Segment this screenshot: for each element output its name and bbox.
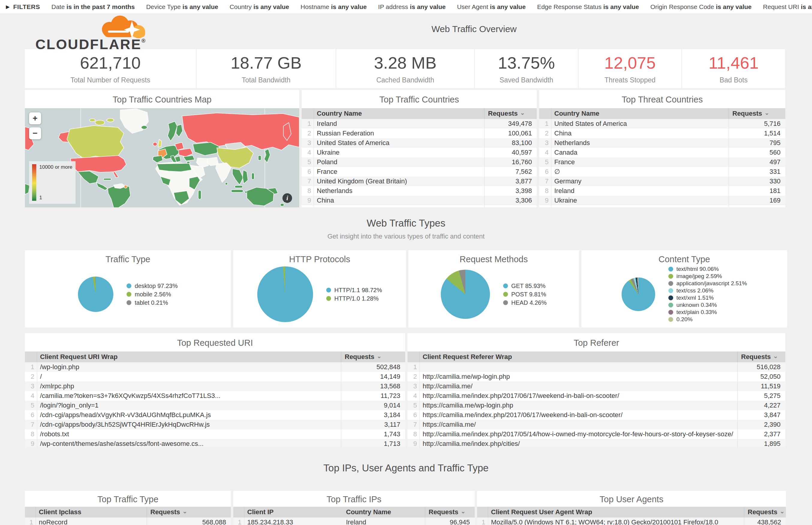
legend-item[interactable]: image/jpeg 2.59% (668, 273, 747, 280)
table-row[interactable]: 4 Canada 560 (539, 148, 785, 157)
table-row[interactable]: 7 /cdn-cgi/apps/body/3Lh52SjWTQ4HRlErJyk… (25, 420, 405, 430)
requests-cell: 100,061 (484, 129, 537, 138)
requests-header[interactable]: Requests⌄ (737, 351, 785, 362)
request-methods-pie[interactable] (441, 270, 490, 319)
country-name-cell: China (314, 196, 484, 205)
filter-item[interactable]: Request URIis any value (763, 3, 812, 11)
table-row[interactable]: 7 Germany 330 (539, 177, 785, 186)
legend-item[interactable]: text/plain 0.33% (668, 309, 747, 316)
filter-item[interactable]: User Agentis any value (457, 3, 526, 11)
filter-item[interactable]: IP addressis any value (378, 3, 446, 11)
legend-item[interactable]: HTTP/1.1 98.72% (326, 286, 382, 294)
requests-cell: 560 (729, 148, 785, 157)
table-row[interactable]: 4 Ukraine 40,597 (302, 148, 537, 157)
table-row[interactable]: 5 https://camilia.me/wp-login.php 4,227 (408, 401, 785, 410)
content-type-chart-panel: Content Type text/html 90.06%image/jpeg … (581, 250, 787, 328)
legend-item[interactable]: 0.20% (668, 316, 747, 323)
table-row[interactable]: 2 Russian Federation 100,061 (302, 129, 537, 138)
legend-item[interactable]: HTTP/1.0 1.28% (326, 294, 382, 303)
table-row[interactable]: 5 France 497 (539, 157, 785, 167)
legend-item[interactable]: unknown 0.34% (668, 301, 747, 309)
filter-item[interactable]: Dateis in the past 7 months (51, 3, 135, 11)
table-row[interactable]: 7 https://camilia.me/ 2,390 (408, 420, 785, 430)
table-row[interactable]: 1 noRecord 568,088 (25, 518, 231, 525)
legend-item[interactable]: desktop 97.23% (127, 282, 178, 290)
legend-item[interactable]: text/css 2.06% (668, 287, 747, 294)
traffic-type-pie[interactable] (78, 276, 113, 312)
table-row[interactable]: 6 /cdn-cgi/apps/head/xVgyKhR-vV3dAUGhMqf… (25, 410, 405, 420)
legend-item[interactable]: HEAD 4.26% (503, 298, 547, 307)
country-name-cell: France (551, 157, 729, 167)
table-row[interactable]: 6 France 7,562 (302, 167, 537, 177)
table-row[interactable]: 5 /login/?login_only=1 9,014 (25, 401, 405, 410)
table-row[interactable]: 10 Canada 2,215 (302, 205, 537, 207)
table-row[interactable]: 1 516,028 (408, 362, 785, 372)
row-index: 10 (539, 205, 551, 207)
table-row[interactable]: 1 United States of America 5,716 (539, 119, 785, 129)
panel-title: Top User Agents (477, 491, 786, 507)
legend-item[interactable]: text/xml 1.51% (668, 294, 747, 301)
requests-header[interactable]: Requests⌄ (729, 108, 785, 119)
http-protocols-pie[interactable] (257, 266, 313, 322)
table-row[interactable]: 2 / 14,149 (25, 372, 405, 381)
sort-desc-icon: ⌄ (520, 110, 525, 116)
user-agent-header: Client Request User Agent Wrap (488, 507, 744, 518)
filter-item[interactable]: Hostnameis any value (300, 3, 367, 11)
requests-header[interactable]: Requests⌄ (744, 507, 786, 518)
filters-toggle[interactable]: ▶ FILTERS (6, 3, 40, 11)
table-row[interactable]: 1 Mozilla/5.0 (Windows NT 6.1; WOW64; rv… (477, 518, 786, 525)
table-row[interactable]: 3 Netherlands 795 (539, 138, 785, 148)
legend-item[interactable]: tablet 0.21% (127, 298, 178, 307)
chevron-right-icon: ▶ (6, 4, 10, 10)
table-row[interactable]: 9 China 3,306 (302, 196, 537, 205)
world-map[interactable]: + − 10000 or more 1 i (25, 108, 299, 207)
table-row[interactable]: 9 Ukraine 169 (539, 196, 785, 205)
map-info-icon[interactable]: i (282, 193, 292, 203)
table-row[interactable]: 1 Ireland 349,478 (302, 119, 537, 129)
legend-swatch (503, 292, 508, 297)
table-row[interactable]: 2 China 1,514 (539, 129, 785, 138)
requests-header[interactable]: Requests⌄ (341, 351, 405, 362)
filter-item[interactable]: Device Typeis any value (146, 3, 218, 11)
table-row[interactable]: 10 Singapore 150 (539, 205, 785, 207)
table-row[interactable]: 8 http://camilia.me/index.php/2017/05/14… (408, 430, 785, 439)
table-row[interactable]: 6 https://camilia.me/index.php/2017/06/1… (408, 410, 785, 420)
table-row[interactable]: 5 Poland 16,760 (302, 157, 537, 167)
map-zoom-out-button[interactable]: − (29, 127, 41, 139)
table-row[interactable]: 8 Ireland 181 (539, 186, 785, 196)
table-row[interactable]: 3 United States of America 83,100 (302, 138, 537, 148)
table-row[interactable]: 1 185.234.218.33 Ireland 96,945 (233, 518, 475, 525)
table-row[interactable]: 9 /wp-content/themes/ashe/assets/css/fon… (25, 439, 405, 448)
content-type-pie[interactable] (622, 278, 655, 311)
country-name-cell: Ukraine (314, 148, 484, 157)
table-row[interactable]: 3 /xmlrpc.php 13,568 (25, 381, 405, 391)
map-zoom-in-button[interactable]: + (29, 112, 41, 124)
table-row[interactable]: 8 /robots.txt 1,743 (25, 430, 405, 439)
legend-item[interactable]: application/javascript 2.51% (668, 280, 747, 287)
filter-item[interactable]: Origin Response Codeis any value (650, 3, 752, 11)
row-index: 1 (539, 119, 551, 129)
filter-item[interactable]: Edge Response Statusis any value (537, 3, 639, 11)
legend-item[interactable]: POST 9.81% (503, 290, 547, 298)
legend-item[interactable]: GET 85.93% (503, 282, 547, 290)
table-row[interactable]: 4 http://camilia.me/index.php/2017/06/17… (408, 391, 785, 401)
table-row[interactable]: 2 http://camilia.me/wp-login.php 52,050 (408, 372, 785, 381)
requests-header[interactable]: Requests⌄ (147, 507, 231, 518)
table-row[interactable]: 3 http://camilia.me/ 11,519 (408, 381, 785, 391)
requests-header[interactable]: Requests⌄ (425, 507, 475, 518)
table-row[interactable]: 6 ∅ 331 (539, 167, 785, 177)
filter-item[interactable]: Countryis any value (230, 3, 289, 11)
stat-label: Total Bandwidth (242, 76, 290, 84)
requests-cell: 83,100 (484, 138, 537, 148)
table-row[interactable]: 4 /camilia.me?token=s3+7k6XQvKwzp5/4XSs4… (25, 391, 405, 401)
legend-item[interactable]: text/html 90.06% (668, 266, 747, 273)
panel-title: Top Traffic Type (25, 491, 231, 507)
panel-title: Top Referer (408, 333, 785, 351)
table-row[interactable]: 1 /wp-login.php 502,848 (25, 362, 405, 372)
table-row[interactable]: 8 Netherlands 3,398 (302, 186, 537, 196)
table-row[interactable]: 7 United Kingdom (Great Britain) 3,877 (302, 177, 537, 186)
table-row[interactable]: 9 http://camilia.me/index.php/cities/ 1,… (408, 439, 785, 448)
uri-cell: / (37, 372, 341, 381)
legend-item[interactable]: mobile 2.56% (127, 290, 178, 298)
requests-header[interactable]: Requests⌄ (484, 108, 537, 119)
